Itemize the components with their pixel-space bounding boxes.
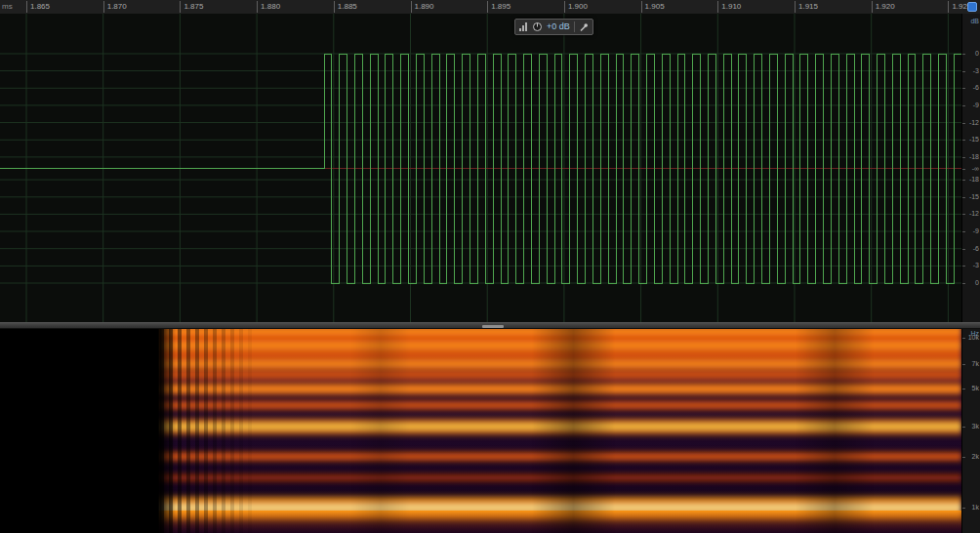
onset-transient-stripe: [213, 329, 217, 533]
onset-transient-stripe: [178, 329, 182, 533]
gain-value[interactable]: +0 dB: [547, 20, 570, 33]
levels-icon: [519, 22, 528, 31]
amplitude-tick: [962, 54, 965, 55]
frequency-tick: [962, 427, 965, 428]
onset-transient-stripe: [239, 329, 243, 533]
splitter-grip-icon[interactable]: [482, 325, 504, 328]
timeline-tick: 1.895: [487, 1, 510, 13]
onset-transient-stripe: [222, 329, 225, 533]
onset-transient-stripe: [230, 329, 234, 533]
amplitude-label: -12: [969, 119, 979, 127]
amplitude-tick: [962, 180, 965, 181]
frequency-tick: [962, 508, 965, 509]
timeline-tick: 1.915: [795, 1, 818, 13]
hud-separator: [574, 21, 575, 32]
amplitude-tick: [962, 105, 965, 106]
amplitude-label: -6: [973, 84, 979, 92]
amplitude-tick: [962, 283, 965, 284]
amplitude-label: -3: [973, 67, 979, 75]
amplitude-label: -6: [973, 245, 979, 253]
timeline-tick: 1.900: [564, 1, 588, 13]
timeline-tick: 1.920: [872, 1, 895, 13]
amplitude-tick: [962, 123, 965, 124]
pin-icon[interactable]: [579, 22, 589, 32]
timeline-tick: 1.910: [717, 1, 741, 13]
vertical-rulers[interactable]: dB 0-3-6-9-12-15-18-∞-18-15-12-9-6-30 Hz…: [961, 14, 980, 533]
silence-region: [0, 329, 158, 533]
amplitude-label: -18: [969, 176, 979, 184]
amplitude-label: 0: [975, 50, 979, 58]
amplitude-tick: [962, 266, 965, 266]
amplitude-ruler-unit: dB: [970, 18, 979, 25]
amplitude-label: -∞: [972, 165, 979, 173]
volume-hud[interactable]: +0 dB: [514, 19, 593, 35]
onset-transient-stripe: [248, 329, 252, 533]
amplitude-tick: [962, 231, 965, 232]
amplitude-label: -3: [973, 262, 979, 269]
timeline-tick: 1.885: [334, 1, 357, 13]
waveform-display[interactable]: [0, 14, 961, 322]
frequency-label: 5k: [972, 385, 979, 392]
amplitude-dip-shading: [796, 329, 874, 533]
amplitude-dip-shading: [351, 329, 410, 533]
amplitude-tick: [962, 197, 965, 198]
amplitude-tick: [962, 157, 965, 158]
amplitude-label: -12: [969, 210, 979, 218]
amplitude-tick: [962, 88, 965, 89]
amplitude-label: -15: [969, 136, 979, 144]
frequency-label: 10k: [968, 334, 979, 342]
onset-transient-stripe: [204, 329, 208, 533]
frequency-tick: [962, 457, 965, 458]
timeline-tick: 1.880: [257, 1, 280, 13]
audio-editor-window: ms 1.8651.8701.8751.8801.8851.8901.8951.…: [0, 0, 980, 533]
timeline-unit-label: ms: [2, 2, 13, 11]
timeline-tick: 1.875: [180, 1, 203, 13]
timeline-tick: 1.870: [103, 1, 127, 13]
spectrogram-display[interactable]: [0, 329, 961, 533]
frequency-tick: [962, 389, 965, 390]
amplitude-label: -15: [969, 193, 979, 201]
amplitude-tick: [962, 169, 965, 170]
gain-knob-icon[interactable]: [532, 21, 543, 32]
amplitude-tick: [962, 214, 965, 215]
amplitude-dip-shading: [532, 329, 615, 533]
frequency-label: 7k: [972, 360, 979, 368]
frequency-label: 2k: [972, 453, 979, 461]
timeline-ruler[interactable]: ms 1.8651.8701.8751.8801.8851.8901.8951.…: [0, 0, 980, 15]
frequency-label: 1k: [972, 504, 979, 512]
amplitude-label: -9: [973, 102, 979, 109]
frequency-tick: [962, 338, 965, 339]
timeline-tick: 1.865: [26, 1, 50, 13]
amplitude-tick: [962, 140, 965, 141]
timeline-tick: 1.905: [641, 1, 665, 13]
frequency-label: 3k: [972, 423, 979, 430]
amplitude-tick: [962, 249, 965, 250]
onset-transient-stripe: [195, 329, 199, 533]
frequency-tick: [962, 364, 965, 365]
timeline-tick: 1.890: [411, 1, 434, 13]
onset-transient-stripe: [186, 329, 190, 533]
amplitude-label: -9: [973, 227, 979, 235]
amplitude-tick: [962, 71, 965, 72]
onset-fade: [158, 329, 176, 533]
amplitude-label: 0: [975, 279, 979, 287]
panel-menu-icon[interactable]: [967, 2, 977, 12]
amplitude-label: -18: [969, 153, 979, 161]
panel-splitter[interactable]: [0, 322, 980, 329]
